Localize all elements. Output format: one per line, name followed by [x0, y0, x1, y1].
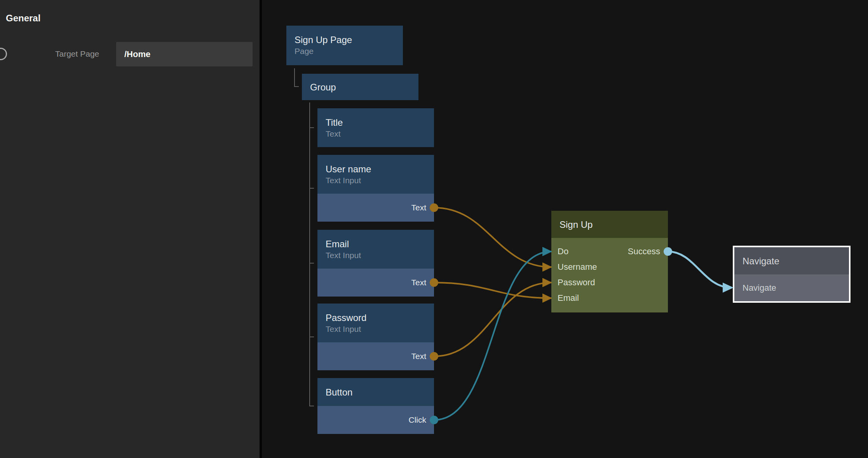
output-port-label: Text — [411, 352, 426, 361]
ring-icon — [0, 48, 7, 60]
node-subtitle: Text Input — [326, 175, 434, 186]
output-port-label: Click — [409, 415, 427, 425]
node-title: Sign Up Page — [295, 34, 403, 46]
arrowhead-email — [542, 293, 552, 303]
output-port-label: Text — [411, 203, 426, 212]
arrowhead-do — [542, 247, 552, 256]
tree-connector-group-children — [310, 102, 314, 406]
node-header: Sign Up — [551, 211, 668, 238]
output-port-label: Text — [411, 278, 426, 287]
node-subtitle: Text Input — [326, 324, 434, 334]
input-port-navigate[interactable]: Navigate — [734, 274, 849, 301]
node-title: Button — [326, 386, 352, 398]
input-port-username[interactable]: Username — [551, 259, 668, 275]
node-subtitle: Text — [326, 128, 434, 139]
output-port-row[interactable]: Text — [317, 342, 434, 370]
target-page-input[interactable]: /Home — [116, 42, 253, 66]
app-window: General Target Page /Home Sign Up Page P… — [0, 0, 868, 458]
node-sign-up-page[interactable]: Sign Up Page Page — [286, 26, 403, 65]
wire-password-to-signup[interactable] — [434, 283, 551, 356]
node-email[interactable]: Email Text Input Text — [317, 230, 434, 297]
node-user-name[interactable]: User name Text Input Text — [317, 155, 434, 222]
node-title: User name — [326, 163, 434, 175]
node-canvas[interactable]: Sign Up Page Page Group Title Text User … — [262, 0, 868, 458]
node-body: Do Username Password Email Success — [551, 238, 668, 312]
node-header: Navigate — [734, 247, 849, 274]
node-title: Title — [326, 116, 434, 128]
arrowhead-username — [542, 262, 552, 272]
node-title: Sign Up — [559, 219, 593, 231]
node-header: Title Text — [317, 108, 434, 147]
wire-email-to-signup[interactable] — [434, 283, 551, 298]
node-navigate[interactable]: Navigate Navigate — [733, 246, 851, 303]
node-password[interactable]: Password Text Input Text — [317, 304, 434, 370]
node-header: Password Text Input — [317, 304, 434, 342]
node-header: User name Text Input — [317, 155, 434, 194]
input-port-password[interactable]: Password — [551, 275, 668, 290]
output-port-row[interactable]: Text — [317, 269, 434, 297]
node-group[interactable]: Group — [302, 74, 418, 100]
wire-click-to-do[interactable] — [434, 252, 551, 420]
node-header: Email Text Input — [317, 230, 434, 269]
arrowhead-navigate — [723, 283, 734, 293]
input-port-email[interactable]: Email — [551, 290, 668, 306]
properties-panel: General Target Page /Home — [0, 0, 260, 458]
node-title-text[interactable]: Title Text — [317, 108, 434, 147]
output-port-row[interactable]: Click — [317, 406, 434, 434]
node-button[interactable]: Button Click — [317, 378, 434, 434]
output-port-success[interactable]: Success — [628, 244, 660, 259]
node-sign-up-action[interactable]: Sign Up Do Username Password Email Succe… — [551, 211, 668, 312]
node-title: Email — [326, 238, 434, 250]
wire-success-to-navigate[interactable] — [668, 252, 731, 288]
node-header: Group — [302, 74, 418, 100]
node-header: Sign Up Page Page — [286, 26, 403, 65]
output-port-row[interactable]: Text — [317, 194, 434, 222]
tree-connector-page-group — [295, 68, 299, 87]
node-title: Navigate — [743, 255, 779, 267]
node-header: Button — [317, 378, 434, 406]
node-subtitle: Text Input — [326, 250, 434, 260]
node-title: Group — [310, 81, 336, 93]
wire-username-to-signup[interactable] — [434, 208, 551, 267]
input-port-label: Navigate — [743, 283, 776, 293]
panel-title: General — [6, 13, 40, 24]
node-subtitle: Page — [295, 46, 403, 56]
node-title: Password — [326, 312, 434, 324]
target-page-label: Target Page — [55, 49, 99, 59]
arrowhead-password — [542, 278, 552, 287]
